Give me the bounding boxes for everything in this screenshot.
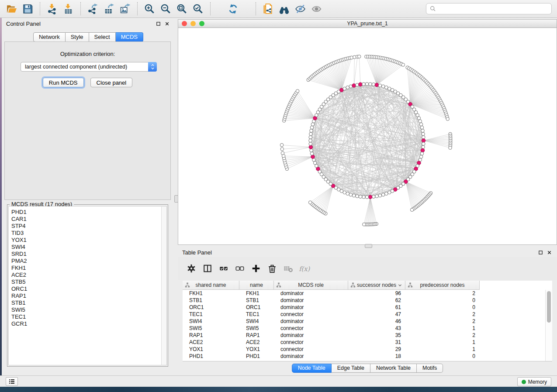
mcds-result-item[interactable]: SRD1 — [11, 251, 161, 258]
toolbar-birdseye-view-button[interactable] — [276, 1, 292, 16]
network-node[interactable] — [309, 132, 313, 136]
network-node[interactable] — [372, 195, 375, 199]
network-node[interactable] — [352, 194, 356, 197]
table-toolbar-settings-gear-button[interactable] — [185, 262, 198, 275]
toolbar-export-image-button[interactable] — [117, 1, 133, 16]
mcds-result-item[interactable]: SWI5 — [11, 306, 161, 313]
float-panel-icon[interactable] — [538, 250, 543, 255]
close-panel-icon[interactable] — [165, 21, 170, 26]
network-node[interactable] — [356, 83, 359, 87]
window-zoom-button[interactable] — [199, 21, 204, 26]
tab-network-table[interactable]: Network Table — [370, 364, 417, 373]
run-mcds-button[interactable]: Run MCDS — [43, 78, 84, 87]
mcds-result-item[interactable]: FKH1 — [11, 265, 161, 272]
network-leaf-node[interactable] — [410, 208, 414, 212]
table-row[interactable]: FKH1FKH1dominator962 — [183, 290, 545, 297]
network-hub-node[interactable] — [309, 145, 313, 149]
network-node[interactable] — [356, 195, 359, 198]
network-hub-node[interactable] — [359, 83, 363, 86]
network-node[interactable] — [378, 194, 382, 197]
table-row[interactable]: ORC1ORC1dominator610 — [183, 304, 545, 311]
network-node[interactable] — [346, 192, 349, 196]
column-header-name[interactable]: name — [239, 281, 274, 290]
column-header-successor-nodes[interactable]: successor nodes — [348, 281, 405, 290]
tab-node-table[interactable]: Node Table — [292, 364, 332, 373]
network-leaf-node[interactable] — [449, 146, 452, 150]
table-row[interactable]: SWI4SWI4dominator462 — [183, 318, 545, 325]
network-node[interactable] — [310, 149, 313, 152]
network-node[interactable] — [349, 193, 353, 196]
network-node[interactable] — [359, 195, 362, 199]
column-header-mcds-role[interactable]: MCDS role — [274, 281, 348, 290]
table-row[interactable]: RAP1RAP1dominator352 — [183, 332, 545, 339]
table-row[interactable]: ACE2ACE2connector311 — [183, 339, 545, 346]
network-hub-node[interactable] — [421, 148, 425, 152]
memory-button[interactable]: Memory — [517, 377, 551, 386]
network-node[interactable] — [311, 123, 315, 126]
network-leaf-node[interactable] — [446, 117, 450, 121]
network-leaf-node[interactable] — [363, 223, 366, 226]
toolbar-import-table-button[interactable] — [60, 1, 76, 16]
network-hub-node[interactable] — [422, 139, 426, 143]
network-leaf-node[interactable] — [280, 143, 284, 147]
mcds-result-item[interactable]: TEC1 — [11, 313, 161, 320]
table-toolbar-show-columns-button[interactable] — [201, 262, 214, 275]
network-node[interactable] — [343, 87, 346, 90]
toolbar-zoom-out-button[interactable] — [158, 1, 174, 16]
mcds-result-item[interactable]: YOX1 — [11, 237, 161, 244]
close-mcds-panel-button[interactable]: Close panel — [90, 78, 133, 87]
task-history-button[interactable] — [6, 377, 18, 386]
scrollbar-thumb[interactable] — [547, 291, 551, 323]
network-leaf-node[interactable] — [401, 63, 405, 67]
network-node[interactable] — [309, 139, 312, 142]
table-toolbar-add-row-button[interactable] — [249, 262, 263, 275]
tab-edge-table[interactable]: Edge Table — [332, 364, 370, 373]
network-node[interactable] — [419, 155, 423, 158]
network-hub-node[interactable] — [375, 83, 379, 87]
mcds-result-item[interactable]: SWI4 — [11, 244, 161, 251]
mcds-result-item[interactable]: STB1 — [11, 299, 161, 306]
optimization-criterion-select[interactable]: largest connected component (undirected) — [21, 62, 157, 72]
network-node[interactable] — [346, 86, 349, 89]
network-hub-node[interactable] — [311, 155, 315, 159]
column-header-shared-name[interactable]: shared name — [183, 281, 239, 290]
table-row[interactable]: STB1STB1dominator620 — [183, 297, 545, 304]
table-row[interactable]: SWI5SWI5connector431 — [183, 325, 545, 332]
mcds-result-item[interactable]: CAR1 — [11, 216, 161, 223]
network-node[interactable] — [381, 85, 385, 88]
table-toolbar-select-all-rows-button[interactable] — [217, 262, 230, 275]
network-node[interactable] — [313, 161, 317, 165]
mcds-result-item[interactable]: PHD1 — [11, 209, 161, 216]
tab-network[interactable]: Network — [33, 32, 66, 42]
network-node[interactable] — [420, 126, 424, 129]
mcds-result-item[interactable]: PMA2 — [11, 258, 161, 265]
search-input[interactable] — [436, 4, 548, 13]
table-toolbar-deselect-all-rows-button[interactable] — [233, 262, 246, 275]
network-node[interactable] — [369, 83, 372, 86]
table-row[interactable]: TEC1TEC1connector472 — [183, 311, 545, 318]
network-leaf-node[interactable] — [308, 201, 312, 204]
toolbar-import-network-button[interactable] — [44, 1, 60, 16]
table-scrollbar[interactable] — [545, 290, 552, 361]
network-canvas[interactable] — [178, 28, 557, 244]
mcds-result-item[interactable]: RAP1 — [11, 292, 161, 299]
network-hub-node[interactable] — [352, 84, 356, 88]
tab-mcds[interactable]: MCDS — [116, 32, 143, 42]
network-node[interactable] — [362, 83, 366, 86]
network-node[interactable] — [309, 136, 312, 139]
table-row[interactable]: YOX1YOX1connector291 — [183, 346, 545, 353]
float-panel-icon[interactable] — [156, 21, 161, 26]
mcds-result-item[interactable]: GCR1 — [11, 320, 161, 327]
mcds-result-item[interactable]: STB5 — [11, 279, 161, 285]
toolbar-export-table-button[interactable] — [101, 1, 117, 16]
table-row[interactable]: PHD1PHD1dominator180 — [183, 353, 545, 360]
toolbar-show-graphics-details-button[interactable] — [292, 1, 308, 16]
network-node[interactable] — [385, 86, 388, 89]
network-node[interactable] — [378, 84, 382, 87]
toolbar-open-file-button[interactable] — [3, 1, 20, 16]
toolbar-export-network-button[interactable] — [85, 1, 101, 16]
network-node[interactable] — [365, 83, 369, 86]
tab-style[interactable]: Style — [66, 32, 89, 42]
network-leaf-node[interactable] — [357, 55, 361, 58]
window-close-button[interactable] — [182, 21, 187, 26]
